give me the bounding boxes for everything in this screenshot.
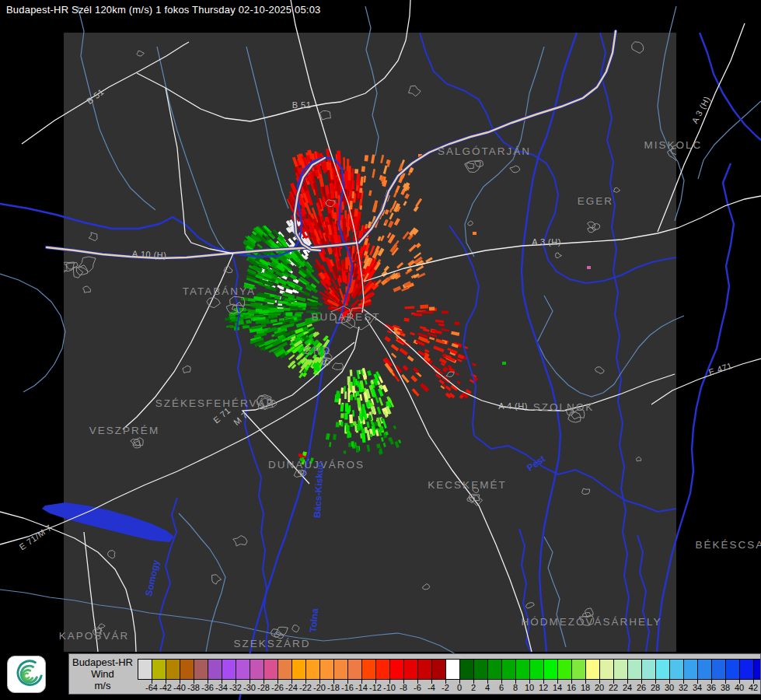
echo-cell (359, 188, 362, 193)
legend-tick-label: 26 (637, 683, 646, 692)
road-label: A 3 (H) (532, 237, 561, 247)
legend-tick-label: 22 (609, 683, 618, 692)
echo-cell (347, 407, 350, 414)
legend-color-box (739, 659, 753, 680)
legend-product-line3: m/s (69, 680, 136, 691)
legend-color-box (669, 659, 683, 680)
legend-tick-label: -36 (201, 683, 214, 692)
legend-color-box (291, 659, 305, 680)
echo-cell (342, 219, 346, 233)
legend-tick-label: -42 (159, 683, 172, 692)
legend-tick-label: 12 (539, 683, 548, 692)
legend-color-box (194, 659, 208, 680)
echo-cell (345, 257, 348, 269)
echo-cell (340, 413, 344, 418)
echo-cell (354, 169, 358, 173)
echo-cell (340, 422, 344, 427)
echo-cell (344, 386, 345, 391)
legend-color-box (753, 659, 761, 680)
echo-cell (352, 410, 354, 416)
echo-cell (354, 208, 358, 217)
echo-cell (454, 321, 459, 325)
city-label: HÓDMEZŐVÁSÁRHELY (521, 616, 662, 628)
legend-tick-label: -32 (229, 683, 242, 692)
legend-tick-label: -18 (327, 683, 340, 692)
legend-color-box (627, 659, 641, 680)
legend-color-box (347, 659, 361, 680)
legend-tick-label: -40 (173, 683, 186, 692)
legend-color-box (222, 659, 236, 680)
spiral-icon (8, 656, 45, 692)
echo-cell (333, 434, 337, 440)
legend-tick-label: 24 (623, 683, 632, 692)
legend-color-box (571, 659, 585, 680)
legend-color-bar: -64-42-40-38-36-34-32-30-28-26-24-22-20-… (138, 654, 761, 695)
legend-color-box (515, 659, 529, 680)
county-label: Tolna (308, 607, 321, 633)
legend-color-box (725, 659, 739, 680)
city-label: SZOLNOK (533, 401, 595, 413)
legend-tick-label: 0 (457, 683, 462, 692)
legend-color-box (683, 659, 697, 680)
met-logo (7, 656, 46, 693)
legend-color-box (487, 659, 501, 680)
echo-cell (351, 386, 355, 393)
echo-cell (420, 305, 428, 309)
legend-tick-label: -26 (271, 683, 284, 692)
legend-color-box (208, 659, 222, 680)
legend-tick-label: 30 (665, 683, 674, 692)
legend-product-line2: Wind (69, 668, 136, 680)
legend-color-box (543, 659, 557, 680)
legend-tick-label: 34 (693, 683, 702, 692)
legend-color-box (138, 659, 152, 680)
legend-color-box (278, 659, 291, 680)
echo-cell (349, 415, 353, 424)
legend-tick-label: -34 (215, 683, 228, 692)
legend-color-box (585, 659, 599, 680)
color-scale-legend: Budapest-HR Wind m/s -64-42-40-38-36-34-… (68, 653, 761, 695)
echo-cell (351, 423, 354, 427)
echo-cell (348, 443, 351, 447)
city-label: KECSKEMÉT (428, 479, 506, 491)
legend-color-box (655, 659, 669, 680)
legend-color-box (613, 659, 627, 680)
legend-color-box (445, 659, 459, 680)
legend-color-box (375, 659, 389, 680)
legend-color-box (599, 659, 613, 680)
legend-tick-label: 20 (595, 683, 604, 692)
legend-color-box (305, 659, 319, 680)
legend-tick-label: 14 (553, 683, 562, 692)
echo-cell (283, 308, 290, 311)
echo-cell (246, 316, 250, 319)
echo-cell (473, 232, 476, 235)
echo-cell (344, 391, 347, 399)
echo-cell (343, 157, 345, 170)
echo-cell (225, 317, 230, 320)
legend-tick-label: -14 (355, 683, 368, 692)
echo-cell (340, 404, 344, 411)
echo-cell (350, 369, 353, 376)
legend-tick-label: -20 (313, 683, 326, 692)
echo-cell (347, 179, 351, 191)
echo-cell (239, 320, 244, 324)
echo-cell (414, 313, 422, 317)
legend-tick-label: 40 (735, 683, 744, 692)
legend-color-box (473, 659, 487, 680)
echo-cell (270, 309, 277, 312)
city-label: SALGÓTARJÁN (438, 145, 531, 157)
road-label: A 10 (H) (132, 249, 167, 260)
legend-tick-label: 6 (499, 683, 504, 692)
legend-tick-label: 38 (721, 683, 730, 692)
legend-color-box (264, 659, 278, 680)
legend-tick-label: 4 (485, 683, 490, 692)
echo-cell (259, 310, 265, 314)
legend-color-box (333, 659, 347, 680)
legend-color-box (389, 659, 403, 680)
echo-cell (347, 166, 351, 180)
radar-viewer: SALGÓTARJÁNMISKOLCEGERTATABÁNYABUDAPESTÉ… (0, 0, 761, 700)
echo-cell (361, 166, 365, 172)
city-label: BUDAPEST (312, 311, 381, 323)
legend-tick-label: -22 (299, 683, 312, 692)
legend-tick-label: -2 (442, 683, 449, 692)
legend-tick-label: -4 (428, 683, 435, 692)
